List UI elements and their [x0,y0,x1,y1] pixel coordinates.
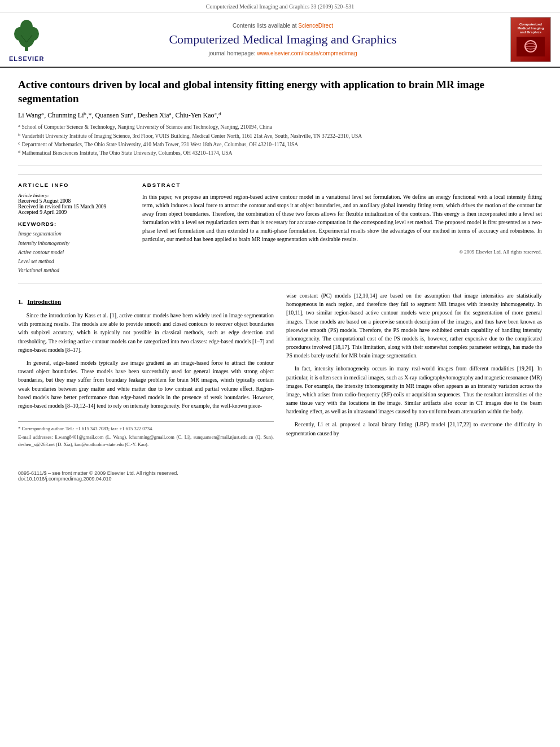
affiliation-c: ᶜ Department of Mathematics, The Ohio St… [18,141,542,148]
intro-para-4: In fact, intensity inhomogeneity occurs … [286,364,542,416]
top-ref-bar: Computerized Medical Imaging and Graphic… [0,0,560,12]
abstract-column: ABSTRACT In this paper, we propose an im… [142,182,542,275]
keywords-list: Image segmentation Intensity inhomogenei… [18,229,131,275]
sciencedirect-anchor[interactable]: ScienceDirect [298,23,333,29]
intro-para-3: wise constant (PC) models [12,10,14] are… [286,291,542,360]
keyword-5: Variational method [18,266,131,275]
keywords-block: Keywords: Image segmentation Intensity i… [18,221,131,275]
doi-info: 0895-6111/$ – see front matter © 2009 El… [18,470,178,482]
abstract-text: In this paper, we propose an improved re… [142,193,542,243]
elsevier-wordmark: ELSEVIER [9,55,44,62]
received-date: Received 5 August 2008 [18,198,131,204]
copyright-notice: © 2009 Elsevier Ltd. All rights reserved… [142,249,542,255]
email-note: E-mail addresses: li.wang8401@gmail.com … [18,434,274,448]
abstract-heading: ABSTRACT [142,182,542,188]
bottom-bar: 0895-6111/$ – see front matter © 2009 El… [0,470,560,482]
cover-graphic [517,37,545,56]
elsevier-logo: ELSEVIER [9,17,44,62]
journal-cover-thumbnail: ComputerizedMedical Imagingand Graphics [510,17,551,62]
journal-ref: Computerized Medical Imaging and Graphic… [206,3,354,10]
homepage-url[interactable]: www.elsevier.com/locate/compmedimag [257,50,357,56]
page: Computerized Medical Imaging and Graphic… [0,0,560,747]
journal-cover-area: ComputerizedMedical Imagingand Graphics [506,17,551,62]
authors-line: Li Wangᵃ, Chunming Liᵇ,*, Quansen Sunᵃ, … [18,111,542,120]
info-abstract-section: ARTICLE INFO Article history: Received 5… [18,174,542,275]
svg-point-4 [20,20,33,34]
keywords-heading: Keywords: [18,221,131,227]
history-label: Article history: [18,193,131,198]
body-divider [18,283,542,283]
accepted-date: Accepted 9 April 2009 [18,209,131,215]
article-info-heading: ARTICLE INFO [18,182,131,188]
intro-para-1: Since the introduction by Kass et al. [1… [18,311,274,354]
journal-header: ELSEVIER Contents lists available at Sci… [0,12,560,68]
issn-line: 0895-6111/$ – see front matter © 2009 El… [18,470,178,476]
elsevier-logo-area: ELSEVIER [9,17,60,62]
intro-section-title: 1. Introduction [18,297,274,307]
affiliation-b: ᵇ Vanderbilt University Institute of Ima… [18,132,542,140]
homepage-prefix: journal homepage: [209,50,257,56]
journal-title: Computerized Medical Imaging and Graphic… [169,32,396,47]
keyword-4: Level set method [18,257,131,266]
intro-para-5: Recently, Li et al. proposed a local bin… [286,420,542,437]
journal-title-area: Contents lists available at ScienceDirec… [65,17,500,62]
body-columns: 1. Introduction Since the introduction b… [18,291,542,449]
keyword-2: Intensity inhomogeneity [18,239,131,248]
section-title-text: Introduction [28,298,62,305]
body-col-right: wise constant (PC) models [12,10,14] are… [286,291,542,449]
body-col-left: 1. Introduction Since the introduction b… [18,291,274,449]
keyword-3: Active contour model [18,248,131,257]
sciencedirect-prefix: Contents lists available at [233,23,298,29]
history-block: Article history: Received 5 August 2008 … [18,193,131,215]
keyword-1: Image segmentation [18,229,131,238]
revised-date: Received in revised form 15 March 2009 [18,204,131,209]
sciencedirect-link[interactable]: Contents lists available at ScienceDirec… [233,23,333,29]
article-content: Active contours driven by local and glob… [0,68,560,462]
article-info-column: ARTICLE INFO Article history: Received 5… [18,182,131,275]
elsevier-tree-icon [10,17,43,54]
footnotes: * Corresponding author. Tel.: +1 615 343… [18,421,274,448]
corresponding-author-note: * Corresponding author. Tel.: +1 615 343… [18,425,274,433]
section-number: 1. [18,298,23,305]
journal-homepage[interactable]: journal homepage: www.elsevier.com/locat… [209,50,357,56]
intro-para-2: In general, edge-based models typically … [18,359,274,410]
affiliation-d: ᵈ Mathematical Biosciences Institute, Th… [18,149,542,157]
affiliation-a: ᵃ School of Computer Science & Technolog… [18,123,542,131]
article-title: Active contours driven by local and glob… [18,78,542,106]
affiliations: ᵃ School of Computer Science & Technolog… [18,123,542,157]
doi-line: doi:10.1016/j.compmedimag.2009.04.010 [18,476,178,482]
info-divider [18,165,542,165]
